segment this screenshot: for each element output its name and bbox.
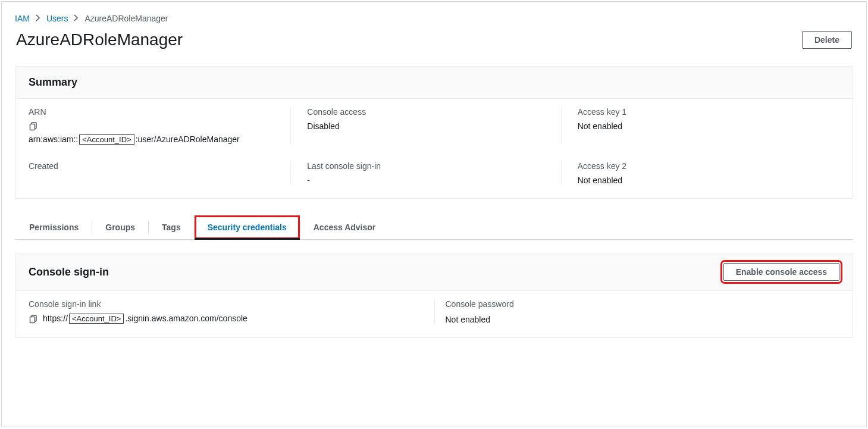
chevron-right-icon xyxy=(36,14,40,23)
breadcrumb-users[interactable]: Users xyxy=(46,14,68,23)
summary-console-access: Console access Disabled xyxy=(299,107,569,145)
link-prefix: https:// xyxy=(43,314,68,323)
access-key-2-label: Access key 2 xyxy=(578,161,828,171)
breadcrumb-current: AzureADRoleManager xyxy=(84,14,168,23)
copy-icon[interactable] xyxy=(29,121,38,131)
arn-account-placeholder: <Account_ID> xyxy=(79,134,134,145)
summary-title: Summary xyxy=(29,76,77,89)
tab-permissions[interactable]: Permissions xyxy=(16,215,92,239)
summary-created: Created xyxy=(29,161,299,185)
console-signin-title: Console sign-in xyxy=(29,266,109,278)
svg-rect-1 xyxy=(30,124,35,130)
link-account-placeholder: <Account_ID> xyxy=(69,314,124,324)
page-container: IAM Users AzureADRoleManager AzureADRole… xyxy=(1,1,867,427)
copy-icon[interactable] xyxy=(29,314,38,324)
summary-last-signin: Last console sign-in - xyxy=(299,161,569,185)
summary-panel: Summary ARN arn:aws:iam:: <Account_ID> :… xyxy=(15,66,853,199)
title-row: AzureADRoleManager Delete xyxy=(15,30,853,49)
tab-security-credentials[interactable]: Security credentials xyxy=(195,215,300,239)
console-access-label: Console access xyxy=(307,107,557,117)
svg-rect-3 xyxy=(30,317,35,322)
console-signin-header: Console sign-in Enable console access xyxy=(15,253,853,291)
arn-prefix: arn:aws:iam:: xyxy=(29,134,78,144)
page-title: AzureADRoleManager xyxy=(16,30,183,49)
summary-body: ARN arn:aws:iam:: <Account_ID> :user/Azu… xyxy=(15,99,853,198)
tab-groups[interactable]: Groups xyxy=(92,215,148,239)
console-password-label: Console password xyxy=(446,299,840,309)
summary-header: Summary xyxy=(15,67,853,99)
console-signin-link-value: https:// <Account_ID> .signin.aws.amazon… xyxy=(43,314,247,324)
console-signin-link-section: Console sign-in link https:// <Account_I… xyxy=(29,299,434,324)
console-access-value: Disabled xyxy=(307,121,557,131)
summary-access-key-2: Access key 2 Not enabled xyxy=(569,161,839,185)
console-password-value: Not enabled xyxy=(446,315,840,324)
tab-access-advisor[interactable]: Access Advisor xyxy=(300,215,389,239)
summary-arn: ARN arn:aws:iam:: <Account_ID> :user/Azu… xyxy=(29,107,299,145)
access-key-1-label: Access key 1 xyxy=(578,107,828,117)
delete-button[interactable]: Delete xyxy=(802,31,852,49)
enable-console-access-button[interactable]: Enable console access xyxy=(723,263,839,281)
breadcrumb-root[interactable]: IAM xyxy=(15,14,30,23)
console-signin-link-label: Console sign-in link xyxy=(29,299,434,309)
last-signin-label: Last console sign-in xyxy=(307,161,557,171)
arn-value: arn:aws:iam:: <Account_ID> :user/AzureAD… xyxy=(29,134,287,145)
tab-tags[interactable]: Tags xyxy=(149,215,194,239)
chevron-right-icon xyxy=(74,14,79,23)
breadcrumb: IAM Users AzureADRoleManager xyxy=(15,14,853,23)
last-signin-value: - xyxy=(307,176,557,185)
link-suffix: .signin.aws.amazon.com/console xyxy=(125,314,247,323)
console-signin-body: Console sign-in link https:// <Account_I… xyxy=(15,291,853,337)
console-password-section: Console password Not enabled xyxy=(434,299,840,324)
created-label: Created xyxy=(29,161,287,171)
access-key-1-value: Not enabled xyxy=(578,121,828,131)
arn-label: ARN xyxy=(29,107,287,117)
summary-access-key-1: Access key 1 Not enabled xyxy=(569,107,839,145)
tabs: Permissions Groups Tags Security credent… xyxy=(15,215,853,240)
arn-suffix: :user/AzureADRoleManager xyxy=(136,134,240,144)
access-key-2-value: Not enabled xyxy=(578,176,828,185)
console-signin-panel: Console sign-in Enable console access Co… xyxy=(15,253,853,338)
